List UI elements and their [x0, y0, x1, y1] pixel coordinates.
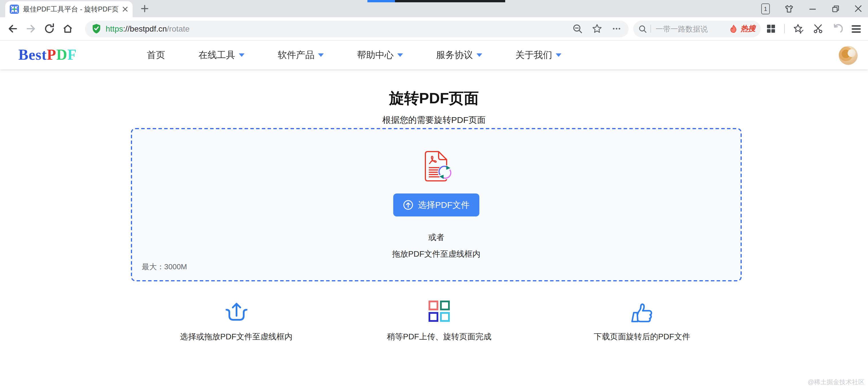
chevron-down-icon: [555, 53, 561, 57]
or-text: 或者: [132, 233, 741, 243]
thumbs-up-icon: [629, 298, 655, 323]
nav-item-software[interactable]: 软件产品: [278, 49, 323, 61]
theme-shirt-icon[interactable]: [784, 4, 794, 13]
menu-hamburger-icon[interactable]: [851, 24, 861, 33]
site-nav: 首页 在线工具 软件产品 帮助中心 服务协议 关于我们: [147, 49, 561, 61]
tab-title: 最佳PDF工具平台 - 旋转PDF页面: [23, 4, 118, 14]
logo-part: F: [67, 47, 77, 63]
toolbar-icons: [766, 23, 861, 34]
top-progress-fill: [367, 0, 395, 2]
page-subtitle: 根据您的需要旋转PDF页面: [0, 115, 868, 126]
zoom-out-icon[interactable]: [572, 24, 583, 34]
tab-close-icon[interactable]: [122, 6, 128, 12]
logo-part: Best: [19, 47, 47, 63]
main-content: 旋转PDF页面 根据您的需要旋转PDF页面: [0, 69, 868, 391]
user-avatar[interactable]: [839, 46, 858, 65]
apps-grid-icon[interactable]: [766, 24, 776, 33]
bookmark-star-icon[interactable]: [592, 24, 602, 34]
drag-hint: 拖放PDF文件至虚线框内: [132, 249, 741, 260]
nav-item-online-tools[interactable]: 在线工具: [198, 49, 244, 61]
search-input[interactable]: [654, 24, 726, 34]
forward-button[interactable]: [25, 23, 37, 34]
pdf-dropzone[interactable]: 选择PDF文件 或者 拖放PDF文件至虚线框内 最大：3000M: [131, 128, 742, 281]
choose-pdf-label: 选择PDF文件: [418, 200, 470, 210]
search-divider: [650, 25, 651, 33]
nav-item-help-center[interactable]: 帮助中心: [357, 49, 403, 61]
search-box[interactable]: 热搜: [633, 20, 761, 37]
minimize-button[interactable]: [808, 4, 817, 13]
tab-count-badge[interactable]: 1: [761, 3, 770, 14]
screenshot-scissors-icon[interactable]: [813, 24, 823, 34]
favorites-edit-icon[interactable]: [794, 24, 804, 34]
url-host: ://bestpdf.cn: [123, 24, 167, 33]
tab-strip: 最佳PDF工具平台 - 旋转PDF页面 1: [0, 0, 868, 17]
max-size-label: 最大：3000M: [142, 262, 187, 272]
top-progress-bar: [367, 0, 505, 2]
step-label: 稍等PDF上传、旋转页面完成: [387, 332, 491, 342]
site-logo[interactable]: BestPDF: [19, 47, 76, 64]
nav-item-service-terms[interactable]: 服务协议: [436, 49, 482, 61]
more-options-icon[interactable]: [611, 24, 622, 34]
search-icon: [639, 24, 647, 33]
new-tab-button[interactable]: [141, 0, 149, 17]
chevron-down-icon: [397, 53, 403, 57]
nav-item-home[interactable]: 首页: [147, 49, 165, 61]
step-download: 下载页面旋转后的PDF文件: [540, 298, 743, 342]
address-bar: https://bestpdf.cn/rotate: [0, 17, 868, 40]
four-squares-icon: [428, 298, 451, 323]
step-upload: 选择或拖放PDF文件至虚线框内: [135, 298, 338, 342]
nav-item-about-us[interactable]: 关于我们: [515, 49, 561, 61]
step-label: 选择或拖放PDF文件至虚线框内: [180, 332, 292, 342]
step-processing: 稍等PDF上传、旋转页面完成: [338, 298, 541, 342]
flame-icon: [730, 24, 737, 33]
nav-label: 在线工具: [198, 49, 235, 61]
url-field[interactable]: https://bestpdf.cn/rotate: [85, 20, 629, 37]
plus-icon: [141, 5, 149, 12]
undo-icon[interactable]: [832, 23, 843, 34]
url-path: /rotate: [167, 24, 189, 33]
watermark: @稀土掘金技术社区: [808, 378, 865, 386]
chevron-down-icon: [476, 53, 482, 57]
nav-label: 关于我们: [515, 49, 552, 61]
url-scheme: https: [105, 24, 123, 33]
chevron-down-icon: [239, 53, 244, 57]
toolbar-separator: [784, 24, 785, 33]
close-window-button[interactable]: [854, 5, 862, 12]
restore-button[interactable]: [831, 4, 840, 13]
browser-tab[interactable]: 最佳PDF工具平台 - 旋转PDF页面: [5, 1, 133, 17]
page-title: 旋转PDF页面: [0, 69, 868, 109]
choose-pdf-button[interactable]: 选择PDF文件: [393, 193, 479, 216]
window-controls: 1: [761, 0, 862, 17]
browser-window: 最佳PDF工具平台 - 旋转PDF页面 1: [0, 0, 868, 391]
nav-label: 帮助中心: [357, 49, 394, 61]
nav-label: 服务协议: [436, 49, 473, 61]
nav-label: 软件产品: [278, 49, 314, 61]
site-favicon-icon: [10, 5, 19, 14]
pdf-rotate-icon: [420, 150, 453, 183]
reload-button[interactable]: [43, 23, 55, 34]
upload-circle-icon: [403, 200, 413, 210]
site-header: BestPDF 首页 在线工具 软件产品 帮助中心 服务协议 关于我们: [0, 40, 868, 69]
security-shield-icon[interactable]: [92, 24, 101, 34]
home-button[interactable]: [62, 23, 73, 34]
chevron-down-icon: [318, 53, 323, 57]
hot-search-label[interactable]: 热搜: [741, 24, 755, 34]
steps-row: 选择或拖放PDF文件至虚线框内 稍等PDF上传、旋转页面完成: [135, 298, 743, 342]
logo-part: P: [47, 47, 56, 63]
logo-part: D: [56, 47, 67, 63]
step-label: 下载页面旋转后的PDF文件: [594, 332, 690, 342]
url-text[interactable]: https://bestpdf.cn/rotate: [105, 24, 190, 33]
upload-tray-icon: [224, 298, 249, 323]
nav-label: 首页: [147, 49, 165, 61]
back-button[interactable]: [7, 23, 19, 34]
